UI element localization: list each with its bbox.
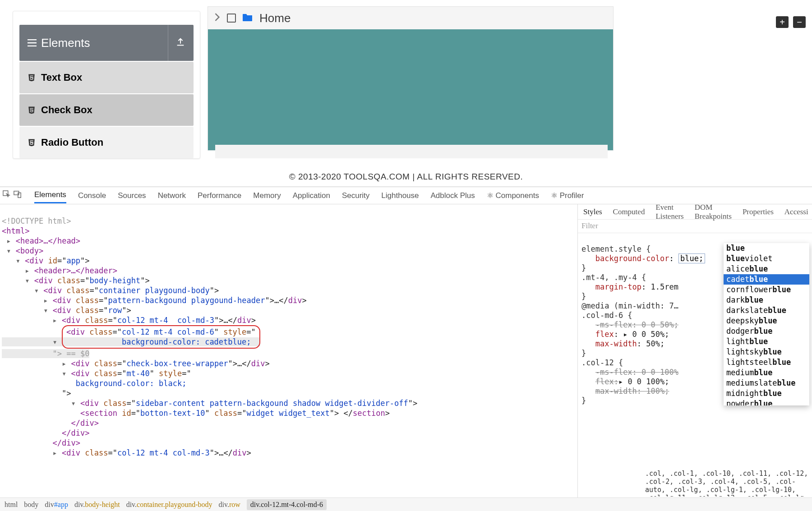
- breadcrumb-item[interactable]: html: [5, 501, 18, 509]
- autocomplete-option[interactable]: cornflowerblue: [724, 285, 809, 295]
- styles-tab-props[interactable]: Properties: [743, 207, 774, 216]
- svg-rect-2: [18, 193, 21, 198]
- autocomplete-popup[interactable]: bluebluevioletalicebluecadetbluecornflow…: [724, 243, 809, 405]
- menu-label: Text Box: [41, 72, 82, 83]
- breadcrumb-item[interactable]: div#app: [45, 501, 68, 509]
- tab-adblock[interactable]: Adblock Plus: [431, 189, 475, 203]
- tab-security[interactable]: Security: [342, 189, 369, 203]
- tab-lighthouse[interactable]: Lighthouse: [381, 189, 419, 203]
- home-title: Home: [259, 11, 291, 25]
- autocomplete-option[interactable]: aliceblue: [724, 264, 809, 274]
- autocomplete-option[interactable]: blueviolet: [724, 253, 809, 264]
- styles-filter-input[interactable]: Filter: [578, 220, 812, 233]
- tab-performance[interactable]: Performance: [198, 189, 241, 203]
- styles-tab-listeners[interactable]: Event Listeners: [655, 203, 683, 221]
- autocomplete-option[interactable]: mediumslateblue: [724, 378, 809, 388]
- styles-tab-computed[interactable]: Computed: [613, 207, 645, 216]
- checkbox-empty-icon[interactable]: [227, 14, 236, 23]
- home-bar: Home: [208, 7, 613, 29]
- header-divider: [168, 25, 168, 61]
- tab-memory[interactable]: Memory: [253, 189, 281, 203]
- menu-item-text-box[interactable]: Text Box: [19, 62, 194, 93]
- tab-console[interactable]: Console: [78, 189, 106, 203]
- html5-icon: [28, 138, 36, 147]
- breadcrumb-item[interactable]: div.container.playgound-body: [126, 501, 212, 509]
- autocomplete-option[interactable]: lightsteelblue: [724, 357, 809, 368]
- autocomplete-option[interactable]: powderblue: [724, 399, 809, 405]
- menu-item-radio-button[interactable]: Radio Button: [19, 127, 194, 158]
- minus-icon: −: [797, 17, 802, 28]
- elements-header[interactable]: Elements: [19, 25, 194, 61]
- tab-network[interactable]: Network: [158, 189, 186, 203]
- tab-react-profiler[interactable]: ⚛ Profiler: [551, 188, 584, 203]
- filter-placeholder: Filter: [581, 221, 598, 230]
- page-upper: Elements Text Box Check Box Radio Button: [0, 0, 812, 187]
- styles-tab-access[interactable]: Accessi: [784, 207, 808, 216]
- breadcrumb-item[interactable]: div.body-height: [74, 501, 120, 509]
- autocomplete-option[interactable]: darkslateblue: [724, 305, 809, 316]
- tab-application[interactable]: Application: [293, 189, 330, 203]
- breadcrumb-item[interactable]: div.col-12.mt-4.col-md-6: [247, 499, 327, 510]
- tab-react-components[interactable]: ⚛ Components: [487, 188, 539, 203]
- css-selectors-overflow: .col, .col-1, .col-10, .col-11, .col-12,…: [645, 470, 812, 497]
- autocomplete-option[interactable]: deepskyblue: [724, 316, 809, 326]
- selected-dom-node[interactable]: ▾ <div class="col-12 mt-4 col-md-6" styl…: [2, 337, 260, 358]
- styles-tabs: Styles Computed Event Listeners DOM Brea…: [578, 204, 812, 220]
- tab-sources[interactable]: Sources: [118, 189, 146, 203]
- hamburger-icon: [28, 39, 37, 46]
- breadcrumb-item[interactable]: div.row: [219, 501, 240, 509]
- dom-tree[interactable]: <!DOCTYPE html> <html> ▸ <head>…</head> …: [0, 204, 577, 511]
- footer-text: © 2013-2020 TOOLSQA.COM | ALL RIGHTS RES…: [0, 172, 812, 182]
- autocomplete-option[interactable]: dodgerblue: [724, 326, 809, 336]
- breadcrumb-item[interactable]: body: [24, 501, 38, 509]
- add-button[interactable]: +: [776, 16, 789, 28]
- plus-icon: +: [780, 17, 785, 28]
- autocomplete-option[interactable]: cadetblue: [724, 274, 809, 285]
- home-strip: [215, 145, 608, 158]
- autocomplete-option[interactable]: lightblue: [724, 336, 809, 347]
- folder-icon[interactable]: [242, 13, 253, 23]
- styles-tab-dombp[interactable]: DOM Breakpoints: [695, 203, 732, 221]
- remove-button[interactable]: −: [793, 16, 806, 28]
- styles-panel: Styles Computed Event Listeners DOM Brea…: [577, 204, 812, 511]
- css-value-input[interactable]: blue;: [678, 253, 705, 263]
- devtools-panel: Elements Console Sources Network Perform…: [0, 187, 812, 511]
- autocomplete-option[interactable]: lightskyblue: [724, 347, 809, 357]
- chevron-right-icon[interactable]: [214, 12, 221, 24]
- html5-icon: [28, 106, 36, 115]
- html5-icon: [28, 73, 36, 82]
- menu-item-check-box[interactable]: Check Box: [19, 94, 194, 126]
- dom-breadcrumbs[interactable]: htmlbodydiv#appdiv.body-heightdiv.contai…: [0, 497, 812, 511]
- device-icon[interactable]: [14, 190, 22, 201]
- menu-label: Radio Button: [41, 137, 103, 148]
- autocomplete-option[interactable]: darkblue: [724, 295, 809, 305]
- elements-title: Elements: [41, 36, 90, 50]
- styles-tab-styles[interactable]: Styles: [583, 207, 602, 216]
- autocomplete-option[interactable]: midnightblue: [724, 388, 809, 399]
- tab-elements[interactable]: Elements: [34, 188, 66, 203]
- inspect-icon[interactable]: [3, 190, 11, 201]
- home-widget: Home: [208, 6, 614, 151]
- autocomplete-option[interactable]: mediumblue: [724, 368, 809, 378]
- autocomplete-option[interactable]: blue: [724, 243, 809, 253]
- devtools-tabs: Elements Console Sources Network Perform…: [0, 187, 812, 204]
- elements-card: Elements Text Box Check Box Radio Button: [13, 11, 200, 159]
- menu-label: Check Box: [41, 104, 92, 116]
- upload-icon[interactable]: [175, 36, 185, 50]
